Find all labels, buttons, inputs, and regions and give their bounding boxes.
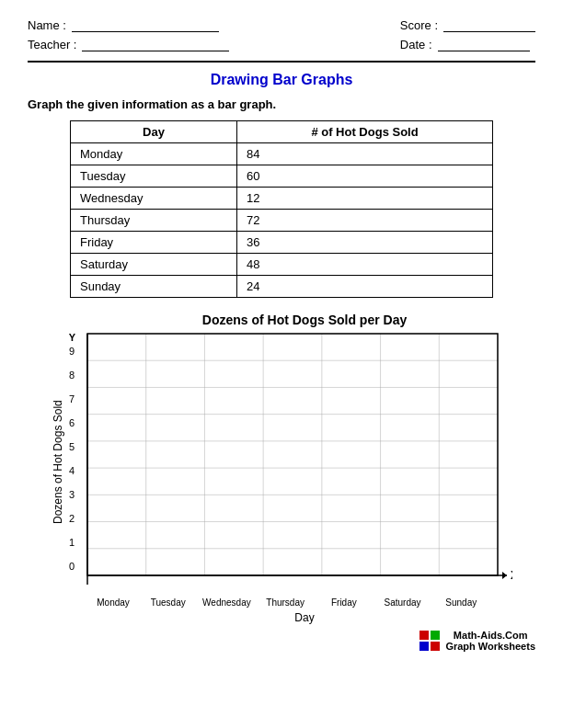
value-cell: 48 — [237, 254, 493, 276]
y-tick-label: 4 — [69, 465, 77, 489]
x-tick-label: Wednesday — [198, 597, 257, 608]
table-row: Monday84 — [71, 143, 493, 165]
svg-marker-21 — [502, 572, 507, 579]
y-letter: Y — [69, 329, 77, 346]
icon-green-tr — [431, 631, 440, 640]
right-fields: Score : Date : — [400, 18, 535, 51]
y-axis-label: Dozens of Hot Dogs Sold — [51, 334, 65, 591]
y-tick-label: 5 — [69, 441, 77, 465]
brand-sub: Graph Worksheets — [445, 641, 535, 652]
score-label: Score : — [400, 18, 438, 32]
icon-blue-bl — [419, 642, 429, 651]
teacher-label: Teacher : — [28, 38, 76, 51]
y-tick-label: 3 — [69, 489, 77, 513]
icon-row-bottom — [419, 642, 440, 651]
x-labels: MondayTuesdayWednesdayThursdayFridaySatu… — [80, 597, 512, 608]
y-tick-label: 0 — [69, 561, 77, 585]
page-title: Drawing Bar Graphs — [28, 72, 535, 88]
col2-header: # of Hot Dogs Sold — [237, 121, 493, 143]
score-input[interactable] — [443, 19, 535, 32]
table-body: Monday84Tuesday60Wednesday12Thursday72Fr… — [71, 143, 493, 298]
table-row: Saturday48 — [71, 254, 493, 276]
x-tick-label: Sunday — [431, 597, 490, 608]
table-header-row: Day # of Hot Dogs Sold — [71, 121, 493, 143]
graph-grid: X — [80, 329, 512, 596]
y-tick-label: 7 — [69, 393, 77, 417]
table-row: Wednesday12 — [71, 188, 493, 210]
x-axis-label: Day — [294, 611, 314, 624]
value-cell: 84 — [237, 143, 493, 165]
left-fields: Name : Teacher : — [28, 18, 229, 51]
x-tick-label: Monday — [87, 597, 139, 608]
footer-icon — [419, 631, 440, 651]
value-cell: 12 — [237, 188, 493, 210]
graph-plot: X MondayTuesdayWednesdayThursdayFridaySa… — [80, 329, 512, 608]
date-row: Date : — [400, 38, 535, 51]
day-cell: Tuesday — [71, 165, 237, 188]
y-numbers: Y 9876543210 — [69, 329, 77, 585]
x-tick-label: Tuesday — [139, 597, 198, 608]
footer-brand: Math-Aids.Com Graph Worksheets — [445, 630, 535, 652]
icon-red-tl — [419, 631, 429, 640]
day-cell: Sunday — [71, 276, 237, 298]
svg-text:X: X — [511, 569, 512, 582]
y-tick-label: 8 — [69, 370, 77, 393]
value-cell: 36 — [237, 232, 493, 254]
value-cell: 60 — [237, 165, 493, 188]
y-tick-label: 9 — [69, 346, 77, 370]
instruction: Graph the given information as a bar gra… — [28, 97, 535, 111]
x-tick-label: Friday — [315, 597, 373, 608]
day-cell: Monday — [71, 143, 237, 165]
brand-name: Math-Aids.Com — [445, 630, 535, 641]
name-label: Name : — [28, 18, 66, 32]
graph-section: Dozens of Hot Dogs Sold per Day Dozens o… — [28, 313, 535, 624]
teacher-input[interactable] — [82, 39, 229, 51]
table-row: Friday36 — [71, 232, 493, 254]
day-cell: Wednesday — [71, 188, 237, 210]
graph-wrapper: Dozens of Hot Dogs Sold Y 9876543210 X M… — [51, 329, 512, 608]
y-tick-label: 6 — [69, 417, 77, 441]
icon-row-top — [419, 631, 440, 640]
table-row: Tuesday60 — [71, 165, 493, 188]
date-label: Date : — [400, 38, 432, 51]
table-row: Thursday72 — [71, 210, 493, 232]
icon-red-br — [431, 642, 440, 651]
y-axis-label-container: Dozens of Hot Dogs Sold — [51, 329, 67, 596]
day-cell: Friday — [71, 232, 237, 254]
day-cell: Thursday — [71, 210, 237, 232]
y-tick-label: 2 — [69, 513, 77, 537]
name-row: Name : — [28, 18, 229, 32]
y-tick-label: 1 — [69, 537, 77, 561]
day-cell: Saturday — [71, 254, 237, 276]
name-input[interactable] — [72, 19, 219, 32]
score-row: Score : — [400, 18, 535, 32]
date-input[interactable] — [438, 39, 530, 51]
svg-rect-18 — [87, 334, 498, 575]
teacher-row: Teacher : — [28, 38, 229, 51]
header: Name : Teacher : Score : Date : — [28, 18, 535, 51]
table-row: Sunday24 — [71, 276, 493, 298]
graph-title: Dozens of Hot Dogs Sold per Day — [202, 313, 407, 327]
header-divider — [28, 61, 535, 63]
x-tick-label: Saturday — [373, 597, 432, 608]
y-labels: 9876543210 — [69, 346, 77, 585]
x-tick-label: Thursday — [256, 597, 315, 608]
value-cell: 72 — [237, 210, 493, 232]
footer: Math-Aids.Com Graph Worksheets — [28, 630, 535, 652]
col1-header: Day — [71, 121, 237, 143]
data-table: Day # of Hot Dogs Sold Monday84Tuesday60… — [70, 120, 493, 298]
value-cell: 24 — [237, 276, 493, 298]
